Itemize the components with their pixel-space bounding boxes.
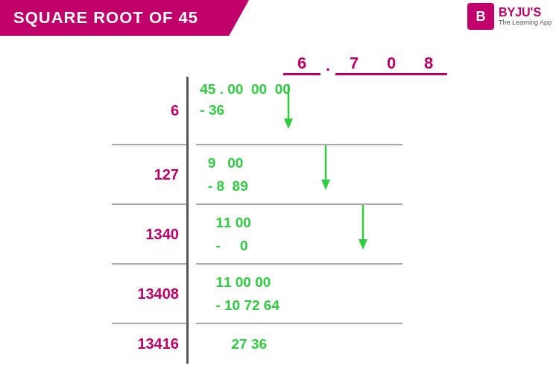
arrow-3 — [356, 205, 370, 250]
step4-val1: 11 00 00 — [196, 274, 271, 291]
logo-area: B BYJU'S The Learning App — [467, 3, 552, 30]
step4-val2: - 10 72 64 — [196, 297, 280, 314]
logo-text: BYJU'S The Learning App — [499, 6, 552, 26]
quotient-8: 8 — [410, 54, 447, 75]
step3-val2: - 0 — [196, 238, 248, 254]
quotient-dot: . — [320, 56, 335, 75]
step-3-line-1: 11 00 — [196, 215, 402, 231]
brand-name: BYJU'S — [499, 6, 552, 19]
step-1-line-2: - 36 — [196, 102, 402, 118]
left-column: 6 127 1340 13408 13416 — [112, 77, 186, 364]
step-label-5: 13416 — [112, 323, 186, 364]
arrow-1 — [282, 84, 295, 129]
step-3: 11 00 - 0 — [196, 203, 402, 263]
step-5: 27 36 — [196, 323, 402, 364]
dividend: 45 . 00 00 00 — [196, 81, 291, 98]
svg-marker-3 — [321, 180, 330, 190]
main-content: 6 . 7 0 8 6 127 1340 13408 13416 — [0, 45, 559, 392]
subtract-36: - 36 — [196, 102, 224, 118]
step3-val1: 11 00 — [196, 215, 251, 231]
step-2-line-1: 9 00 — [196, 155, 402, 171]
remainder: 27 36 — [196, 336, 267, 353]
step-label-3: 1340 — [112, 203, 186, 263]
svg-marker-5 — [359, 239, 367, 250]
quotient-6: 6 — [283, 54, 320, 75]
step-4-line-1: 11 00 00 — [196, 274, 402, 291]
step-3-line-2: - 0 — [196, 238, 402, 254]
quotient-row: 6 . 7 0 8 — [283, 52, 447, 75]
step2-val1: 9 00 — [196, 155, 243, 171]
step-2-line-2: - 8 89 — [196, 178, 402, 195]
division-wrapper: 6 . 7 0 8 6 127 1340 13408 13416 — [112, 52, 447, 364]
quotient-0: 0 — [373, 54, 410, 75]
logo-icon: B — [467, 3, 494, 30]
step-2: 9 00 - 8 89 — [196, 144, 402, 203]
step-4: 11 00 00 - 10 72 64 — [196, 263, 402, 323]
svg-marker-1 — [284, 118, 293, 129]
quotient-7: 7 — [335, 54, 373, 75]
step-4-line-2: - 10 72 64 — [196, 297, 402, 314]
step-label-1: 6 — [112, 77, 186, 144]
step-1-line-1: 45 . 00 00 00 — [196, 81, 402, 98]
page-title: SQUARE ROOT OF 45 — [13, 8, 198, 28]
step-1: 45 . 00 00 00 - 36 — [196, 77, 402, 144]
brand-tagline: The Learning App — [499, 19, 552, 27]
step-5-line-1: 27 36 — [196, 336, 402, 353]
arrow-2 — [319, 145, 332, 190]
right-column: 45 . 00 00 00 - 36 — [186, 77, 402, 364]
page-header: SQUARE ROOT OF 45 — [0, 0, 249, 36]
step2-val2: - 8 89 — [196, 178, 248, 195]
division-body: 6 127 1340 13408 13416 45 . 00 00 00 — [112, 77, 447, 364]
step-label-2: 127 — [112, 144, 186, 203]
step-label-4: 13408 — [112, 263, 186, 323]
